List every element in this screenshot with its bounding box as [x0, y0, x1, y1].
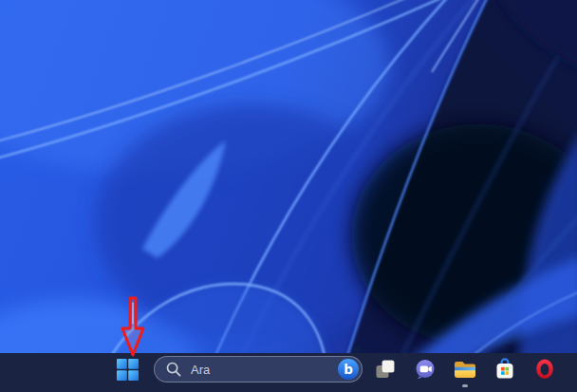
taskbar: b — [0, 353, 577, 392]
microsoft-store-icon — [493, 357, 516, 382]
task-view-button[interactable] — [366, 353, 404, 385]
chat-button[interactable] — [406, 353, 444, 385]
windows-logo-icon — [117, 359, 139, 381]
wallpaper-bloom — [0, 0, 577, 392]
search-box[interactable]: b — [154, 356, 363, 383]
store-button[interactable] — [486, 353, 524, 385]
svg-text:b: b — [344, 362, 353, 377]
task-view-icon — [374, 358, 397, 381]
bing-icon[interactable]: b — [338, 359, 359, 380]
search-input[interactable] — [189, 362, 331, 378]
file-explorer-button[interactable] — [446, 353, 484, 385]
search-icon — [165, 361, 182, 378]
desktop-screen: b — [0, 0, 577, 392]
chat-icon — [414, 358, 437, 381]
start-button[interactable] — [108, 353, 146, 385]
running-indicator — [462, 384, 468, 387]
opera-button[interactable] — [526, 353, 564, 385]
opera-icon — [533, 357, 556, 382]
file-explorer-icon — [453, 358, 477, 381]
